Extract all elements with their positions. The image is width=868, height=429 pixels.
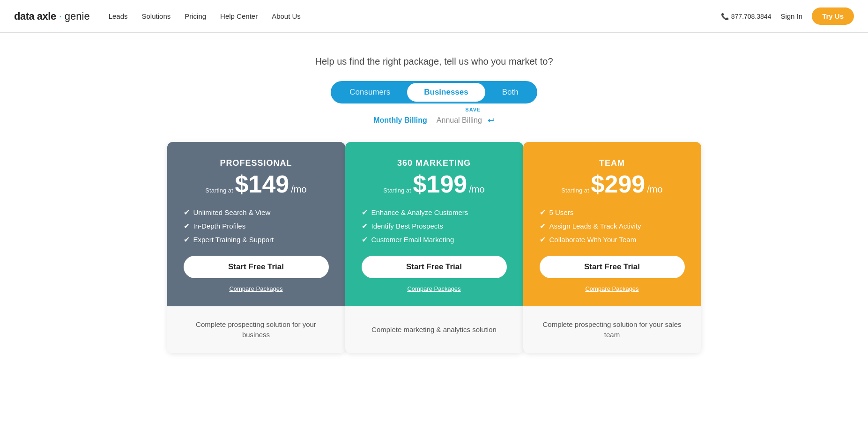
plan-professional-features: ✔Unlimited Search & View ✔In-Depth Profi… — [184, 208, 329, 244]
plan-marketing: 360 MARKETING Starting at $199 /mo ✔Enha… — [345, 142, 523, 353]
save-badge: SAVE — [465, 107, 481, 112]
plan-team-price: $299 — [591, 172, 645, 196]
nav-about-us[interactable]: About Us — [272, 12, 301, 20]
nav-pricing[interactable]: Pricing — [185, 12, 206, 20]
header: data axle · genie Leads Solutions Pricin… — [0, 0, 868, 33]
plan-professional-compare[interactable]: Compare Packages — [184, 285, 329, 292]
audience-toggle: Consumers Businesses Both — [9, 81, 859, 104]
feature-item: ✔Enhance & Analyze Customers — [362, 208, 507, 217]
plan-team-cta[interactable]: Start Free Trial — [540, 256, 685, 278]
pricing-section: PROFESSIONAL Starting at $149 /mo ✔Unlim… — [153, 142, 715, 353]
main-nav: Leads Solutions Pricing Help Center Abou… — [109, 12, 721, 20]
billing-annual[interactable]: Annual Billing — [437, 116, 482, 125]
feature-item: ✔5 Users — [540, 208, 685, 217]
plan-team-per-mo: /mo — [647, 184, 662, 195]
plan-team-name: TEAM — [540, 158, 685, 168]
plan-professional-top: PROFESSIONAL Starting at $149 /mo ✔Unlim… — [167, 142, 345, 306]
phone-icon: 📞 — [721, 13, 729, 20]
phone-number: 📞 877.708.3844 — [721, 13, 772, 20]
try-us-button[interactable]: Try Us — [812, 7, 854, 25]
check-icon: ✔ — [362, 208, 368, 217]
nav-help-center[interactable]: Help Center — [220, 12, 258, 20]
logo-dot: · — [59, 10, 62, 22]
toggle-both[interactable]: Both — [485, 83, 535, 102]
save-arrow-icon: ↩ — [488, 115, 495, 126]
plan-professional-per-mo: /mo — [291, 184, 306, 195]
check-icon: ✔ — [184, 222, 190, 230]
plan-professional-price-line: Starting at $149 /mo — [184, 172, 329, 196]
page-heading: Help us find the right package, tell us … — [9, 56, 859, 67]
plan-team-features: ✔5 Users ✔Assign Leads & Track Activity … — [540, 208, 685, 244]
main-content: Help us find the right package, tell us … — [0, 33, 868, 429]
plan-team-description: Complete prospecting solution for your s… — [523, 306, 701, 353]
logo-genie: genie — [65, 10, 90, 22]
plan-marketing-compare[interactable]: Compare Packages — [362, 285, 507, 292]
feature-item: ✔Customer Email Marketing — [362, 235, 507, 244]
plan-marketing-top: 360 MARKETING Starting at $199 /mo ✔Enha… — [345, 142, 523, 306]
audience-toggle-pill: Consumers Businesses Both — [331, 81, 537, 104]
plan-professional-name: PROFESSIONAL — [184, 158, 329, 168]
logo: data axle · genie — [14, 10, 90, 22]
check-icon: ✔ — [540, 222, 546, 230]
plan-team-price-line: Starting at $299 /mo — [540, 172, 685, 196]
plan-marketing-price-line: Starting at $199 /mo — [362, 172, 507, 196]
sign-in-link[interactable]: Sign In — [780, 12, 802, 20]
plan-marketing-starting-at: Starting at — [383, 187, 411, 194]
check-icon: ✔ — [184, 208, 190, 217]
check-icon: ✔ — [540, 235, 546, 244]
feature-item: ✔Unlimited Search & View — [184, 208, 329, 217]
logo-data-axle: data axle — [14, 10, 56, 22]
header-right: 📞 877.708.3844 Sign In Try Us — [721, 7, 854, 25]
check-icon: ✔ — [184, 235, 190, 244]
plan-marketing-description: Complete marketing & analytics solution — [345, 306, 523, 353]
feature-item: ✔Collaborate With Your Team — [540, 235, 685, 244]
plan-team: TEAM Starting at $299 /mo ✔5 Users ✔Assi… — [523, 142, 701, 353]
feature-item: ✔In-Depth Profiles — [184, 222, 329, 230]
billing-monthly[interactable]: Monthly Billing — [373, 116, 427, 125]
plan-marketing-per-mo: /mo — [469, 184, 484, 195]
plan-professional: PROFESSIONAL Starting at $149 /mo ✔Unlim… — [167, 142, 345, 353]
check-icon: ✔ — [362, 235, 368, 244]
plan-marketing-features: ✔Enhance & Analyze Customers ✔Identify B… — [362, 208, 507, 244]
toggle-businesses[interactable]: Businesses — [407, 83, 485, 102]
plan-professional-description: Complete prospecting solution for your b… — [167, 306, 345, 353]
plan-marketing-name: 360 MARKETING — [362, 158, 507, 168]
plan-professional-price: $149 — [235, 172, 289, 196]
plan-professional-starting-at: Starting at — [205, 187, 233, 194]
plan-professional-cta[interactable]: Start Free Trial — [184, 256, 329, 278]
feature-item: ✔Expert Training & Support — [184, 235, 329, 244]
plan-marketing-price: $199 — [413, 172, 467, 196]
nav-solutions[interactable]: Solutions — [142, 12, 171, 20]
plan-team-starting-at: Starting at — [561, 187, 589, 194]
plan-marketing-cta[interactable]: Start Free Trial — [362, 256, 507, 278]
toggle-consumers[interactable]: Consumers — [333, 83, 407, 102]
check-icon: ✔ — [362, 222, 368, 230]
feature-item: ✔Assign Leads & Track Activity — [540, 222, 685, 230]
feature-item: ✔Identify Best Prospects — [362, 222, 507, 230]
check-icon: ✔ — [540, 208, 546, 217]
nav-leads[interactable]: Leads — [109, 12, 128, 20]
plan-team-compare[interactable]: Compare Packages — [540, 285, 685, 292]
billing-toggle: SAVE Monthly Billing Annual Billing ↩ — [9, 115, 859, 126]
plan-team-top: TEAM Starting at $299 /mo ✔5 Users ✔Assi… — [523, 142, 701, 306]
